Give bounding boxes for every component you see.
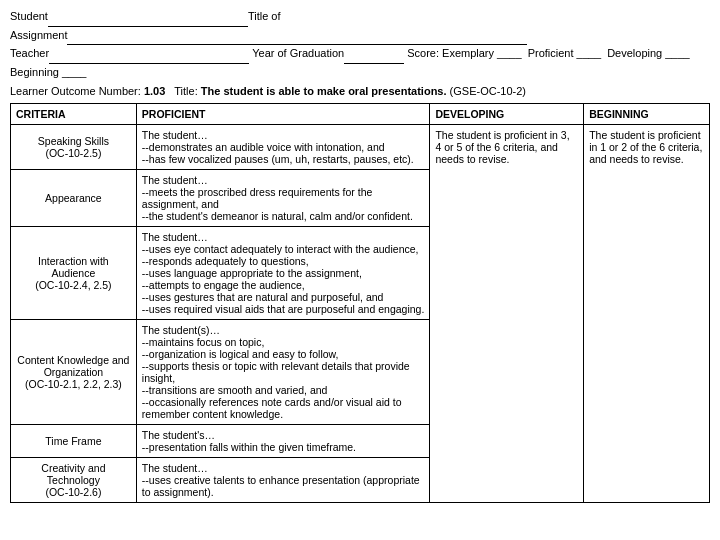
learner-outcome: Learner Outcome Number: 1.03 Title: The …	[10, 85, 710, 97]
assignment-label: Assignment	[10, 27, 67, 46]
student-label: Student	[10, 8, 48, 27]
beginning-label: Beginning ____	[10, 64, 86, 82]
proficient-cell: The student…--uses creative talents to e…	[136, 458, 430, 503]
header-line-3: Teacher Year of Graduation Score: Exempl…	[10, 45, 710, 64]
student-field[interactable]	[48, 8, 248, 27]
col-header-criteria: CRITERIA	[11, 104, 137, 125]
col-header-beginning: BEGINNING	[584, 104, 710, 125]
col-header-developing: DEVELOPING	[430, 104, 584, 125]
learner-outcome-title: The student is able to make oral present…	[201, 85, 447, 97]
criteria-cell: Creativity and Technology(OC-10-2.6)	[11, 458, 137, 503]
teacher-field[interactable]	[49, 45, 249, 64]
header-line-2: Assignment	[10, 27, 710, 46]
proficient-cell: The student…--meets the proscribed dress…	[136, 170, 430, 227]
criteria-cell: Time Frame	[11, 425, 137, 458]
criteria-cell: Interaction with Audience(OC-10-2.4, 2.5…	[11, 227, 137, 320]
header-line-1: Student Title of	[10, 8, 710, 27]
proficient-cell: The student…--demonstrates an audible vo…	[136, 125, 430, 170]
teacher-label: Teacher	[10, 45, 49, 64]
title-of-label: Title of	[248, 8, 281, 27]
learner-outcome-code: (GSE-OC-10-2)	[450, 85, 526, 97]
proficient-cell: The student…--uses eye contact adequatel…	[136, 227, 430, 320]
table-row: Speaking Skills(OC-10-2.5)The student…--…	[11, 125, 710, 170]
learner-outcome-number: 1.03	[144, 85, 165, 97]
yog-field[interactable]	[344, 45, 404, 64]
criteria-cell: Appearance	[11, 170, 137, 227]
table-header-row: CRITERIA PROFICIENT DEVELOPING BEGINNING	[11, 104, 710, 125]
yog-label: Year of Graduation	[252, 45, 344, 64]
criteria-cell: Content Knowledge and Organization(OC-10…	[11, 320, 137, 425]
proficient-cell: The student(s)…--maintains focus on topi…	[136, 320, 430, 425]
criteria-cell: Speaking Skills(OC-10-2.5)	[11, 125, 137, 170]
proficient-cell: The student's…--presentation falls withi…	[136, 425, 430, 458]
header-line-4: Beginning ____	[10, 64, 710, 82]
assignment-field[interactable]	[67, 27, 527, 46]
learner-outcome-number-label: Learner Outcome Number:	[10, 85, 141, 97]
col-header-proficient: PROFICIENT	[136, 104, 430, 125]
score-label: Score: Exemplary ____ Proficient ____ De…	[407, 45, 690, 64]
header: Student Title of Assignment Teacher Year…	[10, 8, 710, 81]
developing-cell: The student is proficient in 3, 4 or 5 o…	[430, 125, 584, 503]
rubric-table: CRITERIA PROFICIENT DEVELOPING BEGINNING…	[10, 103, 710, 503]
learner-outcome-title-label: Title:	[174, 85, 197, 97]
beginning-cell: The student is proficient in 1 or 2 of t…	[584, 125, 710, 503]
